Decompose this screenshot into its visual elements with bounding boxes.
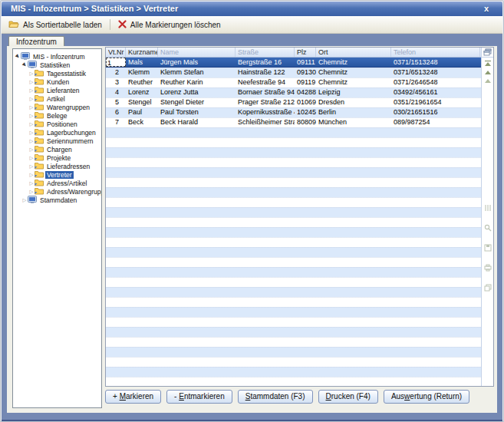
cell-ort: Berlin — [316, 107, 391, 117]
tree-expand-icon[interactable]: ▷ — [28, 145, 35, 153]
cell-plz: 09119 — [295, 77, 316, 87]
tree-expand-icon[interactable]: ▷ — [28, 86, 35, 94]
cell-telefon: 030/21651516 — [391, 107, 480, 117]
cell-plz: 09130 — [295, 68, 316, 77]
tree-item-positionen[interactable]: ▷Positionen — [13, 120, 101, 128]
tree-item-tagesstatistik[interactable]: ▷Tagesstatistik — [13, 69, 101, 77]
toolbar-separator — [110, 19, 110, 30]
tree-expand-icon[interactable]: ▷ — [28, 69, 35, 77]
tree-item-label: Belege — [45, 112, 68, 120]
tree-item-label: Lagerbuchungen — [45, 129, 97, 137]
scroll-up-icon[interactable] — [485, 71, 491, 74]
column-chooser-icon[interactable] — [482, 48, 493, 58]
table-row[interactable]: 4LorenzLorenz JuttaBornaer Straße 940428… — [106, 87, 481, 97]
column-header-label: Straße — [238, 48, 259, 57]
tree-expand-icon[interactable]: ▷ — [28, 162, 35, 170]
grid-rows: 1MalsJürgen MalsBergstraße 1609111Chemni… — [106, 58, 481, 386]
tree-expand-icon[interactable]: ▷ — [28, 77, 35, 86]
close-icon[interactable]: x — [480, 2, 492, 15]
cell-ort: München — [316, 117, 391, 127]
tree-expand-icon[interactable]: ▷ — [28, 111, 35, 120]
tree-item-adress-warengruppen[interactable]: ▷Adress/Warengruppen — [13, 187, 101, 196]
cell-telefon: 0371/1513248 — [391, 58, 480, 67]
cell-kurzname: Beck — [126, 117, 158, 127]
table-row[interactable]: 6PaulPaul TorstenKopernikusstraße 471024… — [106, 107, 481, 117]
tree-expand-icon[interactable]: ▷ — [28, 187, 35, 196]
tree-item-statistiken[interactable]: ▶Statistiken — [13, 61, 101, 69]
cell-telefon: 089/987254 — [391, 117, 480, 127]
print-icon[interactable] — [484, 261, 492, 275]
search-icon[interactable] — [484, 221, 492, 235]
tree-item-label: Tagesstatistik — [45, 70, 87, 77]
red-x-icon — [118, 20, 127, 30]
tree-expand-icon[interactable]: ▷ — [28, 128, 35, 137]
footer-button-drucken-f4[interactable]: Drucken (F4) — [318, 390, 378, 404]
cell-name: Reuther Karin — [158, 77, 236, 87]
column-header-kurzname[interactable]: Kurzname — [126, 48, 158, 57]
tree-item-stammdaten[interactable]: ▷Stammdaten — [13, 196, 101, 204]
tree-item-adress-artikel[interactable]: ▷Adress/Artikel — [13, 179, 101, 187]
tree-item-vertreter[interactable]: ▷Vertreter — [13, 170, 101, 179]
tree-expand-icon[interactable]: ▷ — [28, 179, 35, 187]
tree-expand-icon[interactable]: ▷ — [28, 120, 35, 128]
footer-button-markieren[interactable]: + Markieren — [105, 390, 161, 404]
tree-expand-icon[interactable]: ▷ — [28, 94, 35, 103]
tree-item-artikel[interactable]: ▷Artikel — [13, 94, 101, 103]
tree-expand-icon[interactable]: ▷ — [28, 153, 35, 162]
scroll-top-icon[interactable] — [485, 61, 491, 66]
column-header-plz[interactable]: Plz — [295, 48, 316, 57]
clear-marks-button[interactable]: Alle Markierungen löschen — [111, 16, 228, 33]
tree-item-projekte[interactable]: ▷Projekte — [13, 153, 101, 162]
table-row[interactable]: 3ReutherReuther KarinNeefestraße 9409119… — [106, 77, 481, 87]
tree-expand-icon[interactable]: ▷ — [28, 137, 35, 145]
cell-straße: Bergstraße 16 — [236, 58, 295, 67]
column-header-name[interactable]: Name — [158, 48, 236, 57]
side-tool-icons — [482, 201, 493, 295]
copy-icon[interactable] — [484, 281, 492, 295]
tree-item-kunden[interactable]: ▷Kunden — [13, 77, 101, 86]
cell-ort: Dresden — [316, 97, 391, 107]
tree-item-label: Adress/Warengruppen — [45, 188, 102, 196]
table-row[interactable]: 7BeckBeck HaraldSchleißheimer Straße 378… — [106, 117, 481, 127]
load-sort-table-button[interactable]: Als Sortiertabelle laden — [2, 16, 109, 33]
scroll-up2-icon[interactable] — [485, 79, 491, 83]
cell-vt-nr: 4 — [106, 87, 126, 97]
cell-kurzname: Reuther — [126, 77, 158, 87]
columns-icon[interactable] — [484, 201, 492, 215]
grid-side-strip — [481, 48, 493, 386]
save-icon[interactable] — [484, 241, 492, 255]
table-row[interactable]: 2KlemmKlemm StefanHainstraße 12209130Che… — [106, 68, 481, 77]
footer-button-auswertung-return[interactable]: Auswertung (Return) — [384, 390, 469, 404]
tree-item-lagerbuchungen[interactable]: ▷Lagerbuchungen — [13, 128, 101, 137]
cell-straße: Bornaer Straße 94 — [236, 87, 295, 97]
tree-expand-icon[interactable]: ▷ — [28, 170, 35, 179]
tree-expand-icon[interactable]: ▷ — [28, 103, 35, 111]
tree-item-lieferadressen[interactable]: ▷Lieferadressen — [13, 162, 101, 170]
tree-item-seriennummern[interactable]: ▷Seriennummern — [13, 137, 101, 145]
tree-item-warengruppen[interactable]: ▷Warengruppen — [13, 103, 101, 111]
tree-item-label: Seriennummern — [45, 137, 94, 145]
grid-header: Vt.Nr▼KurznameNameStraßePlzOrtTelefon — [106, 48, 481, 58]
tree-item-label: Warengruppen — [45, 104, 91, 111]
app-window: MIS - Infozentrum > Statistiken > Vertre… — [0, 0, 504, 422]
footer-button-entmarkieren[interactable]: - Entmarkieren — [166, 390, 232, 404]
table-row[interactable]: 5StengelStengel DieterPrager Straße 2120… — [106, 97, 481, 107]
column-header-straße[interactable]: Straße — [236, 48, 295, 57]
cell-name: Stengel Dieter — [158, 97, 236, 107]
column-header-vt-nr[interactable]: Vt.Nr▼ — [106, 48, 126, 57]
tree-item-chargen[interactable]: ▷Chargen — [13, 145, 101, 153]
tree-item-mis-infozentrum[interactable]: ▶MIS - Infozentrum — [13, 52, 101, 61]
column-header-telefon[interactable]: Telefon — [391, 48, 480, 57]
footer-button-stammdaten-f3[interactable]: Stammdaten (F3) — [238, 390, 313, 404]
column-header-ort[interactable]: Ort — [316, 48, 391, 57]
window-frame-bottom — [2, 413, 502, 421]
tree-item-belege[interactable]: ▷Belege — [13, 111, 101, 120]
tree-expand-icon[interactable]: ▷ — [21, 196, 28, 204]
cell-name: Beck Harald — [158, 117, 236, 127]
tree-item-lieferanten[interactable]: ▷Lieferanten — [13, 86, 101, 94]
cell-ort: Leipzig — [316, 87, 391, 97]
toolbar: Als Sortiertabelle laden Alle Markierung… — [2, 16, 502, 34]
table-row[interactable]: 1MalsJürgen MalsBergstraße 1609111Chemni… — [106, 58, 481, 68]
tree-item-label: Lieferadressen — [45, 163, 91, 170]
cell-plz: 80809 — [295, 117, 316, 127]
